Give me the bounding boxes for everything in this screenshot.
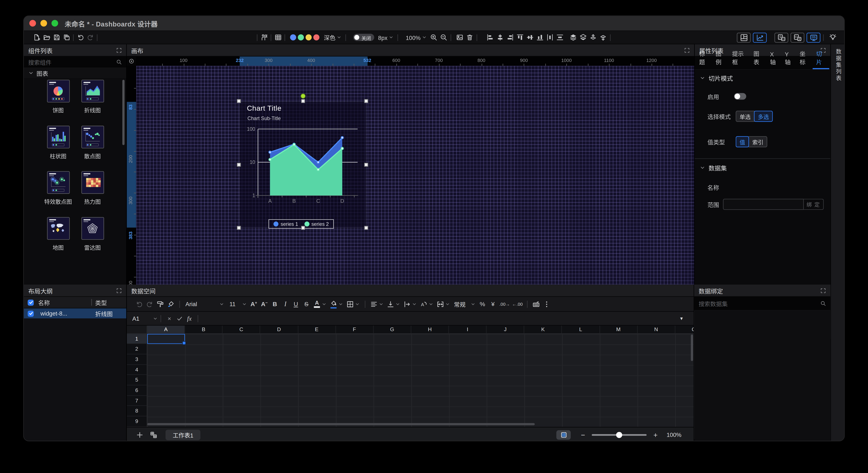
expand-canvas-icon[interactable]: [684, 48, 690, 53]
selection-handle-6[interactable]: [237, 226, 241, 230]
selection-handle-2[interactable]: [301, 99, 305, 103]
font-select[interactable]: Arial: [183, 301, 226, 307]
save-icon[interactable]: [52, 31, 62, 44]
column-header-B[interactable]: B: [185, 326, 223, 333]
theme-select[interactable]: 深色: [321, 33, 344, 42]
expand-panel-icon[interactable]: [116, 48, 122, 53]
align-right-icon[interactable]: [505, 31, 516, 44]
chevron-down-icon[interactable]: [322, 302, 326, 306]
align-left-icon[interactable]: [486, 31, 496, 44]
legend-item-1[interactable]: series 1: [273, 221, 298, 227]
tab-坐标[interactable]: 坐标: [796, 47, 813, 69]
column-header-N[interactable]: N: [638, 326, 675, 333]
preview-icon[interactable]: [259, 31, 269, 44]
vertical-scrollbar[interactable]: [691, 334, 693, 361]
fill-color-icon[interactable]: [328, 297, 339, 312]
sheet-tab[interactable]: 工作表1: [165, 430, 200, 440]
column-header-J[interactable]: J: [487, 326, 525, 333]
decrease-font-icon[interactable]: A−: [259, 297, 270, 312]
translate-en-zh-button[interactable]: En文: [790, 32, 804, 42]
tab-切片[interactable]: 切片: [813, 47, 829, 69]
confirm-entry-icon[interactable]: [174, 315, 184, 322]
theme-color-dot-2[interactable]: [298, 34, 304, 40]
widget-name[interactable]: widget-8...: [40, 310, 85, 317]
clear-format-icon[interactable]: [165, 297, 176, 312]
row-header-2[interactable]: 2: [127, 344, 147, 354]
cancel-entry-icon[interactable]: ×: [164, 315, 175, 322]
dataset-search-input[interactable]: 搜索数据集: [694, 297, 830, 311]
chevron-down-icon[interactable]: [429, 302, 433, 306]
expand-formula-bar-icon[interactable]: ▼: [679, 316, 684, 321]
layer-front-icon[interactable]: [568, 31, 578, 44]
theme-color-dot-1[interactable]: [290, 34, 296, 40]
sidebar-scrollbar[interactable]: [122, 80, 125, 145]
undo-icon[interactable]: [134, 297, 144, 312]
zoom-slider-knob[interactable]: [616, 432, 622, 438]
component-item-line[interactable]: 折线图: [75, 80, 110, 114]
underline-icon[interactable]: U: [291, 297, 301, 312]
tab-图例[interactable]: 图例: [712, 47, 729, 69]
distribute-h-icon[interactable]: [545, 31, 555, 44]
new-file-icon[interactable]: [32, 31, 42, 44]
layer-down-icon[interactable]: [598, 31, 608, 44]
merge-cells-icon[interactable]: [435, 297, 445, 312]
tab-Y轴[interactable]: Y轴: [781, 49, 796, 69]
cell-reference-box[interactable]: A1: [127, 315, 153, 322]
layout-mode-button[interactable]: [737, 32, 751, 42]
currency-format-icon[interactable]: ¥: [488, 297, 498, 312]
align-middle-v-icon[interactable]: [525, 31, 535, 44]
export-image-icon[interactable]: [455, 31, 465, 44]
chevron-down-icon[interactable]: [445, 302, 450, 306]
component-item-radar[interactable]: 雷达图: [75, 217, 110, 251]
borders-icon[interactable]: [345, 297, 355, 312]
column-header-G[interactable]: G: [374, 326, 411, 333]
percent-format-icon[interactable]: %: [477, 297, 488, 312]
theme-color-dot-4[interactable]: [313, 34, 319, 40]
bold-icon[interactable]: B: [270, 297, 280, 312]
column-header-M[interactable]: M: [600, 326, 638, 333]
chevron-down-icon[interactable]: [339, 302, 343, 306]
more-options-icon[interactable]: [541, 297, 552, 312]
slice-mode-section-toggle[interactable]: 切片模式: [700, 74, 733, 83]
bind-button[interactable]: 绑 定: [804, 199, 824, 210]
component-item-map[interactable]: 地图: [41, 217, 75, 251]
align-top-icon[interactable]: [516, 31, 525, 44]
shortcut-keys-icon[interactable]: [531, 297, 541, 312]
vertical-ruler[interactable]: 83200300383500: [127, 66, 136, 285]
row-header-5[interactable]: 5: [127, 375, 147, 385]
row-header-1[interactable]: 1: [127, 334, 147, 344]
select-mode-multi[interactable]: 多选: [754, 111, 773, 122]
chevron-down-icon[interactable]: [355, 302, 359, 306]
selected-cell-a1[interactable]: [147, 334, 185, 344]
dataset-list-strip[interactable]: 数据集列表: [830, 44, 845, 441]
chevron-down-icon[interactable]: [153, 317, 157, 320]
selection-handle-3[interactable]: [364, 99, 368, 103]
column-header-A[interactable]: A: [147, 326, 185, 333]
theme-color-dot-3[interactable]: [306, 34, 312, 40]
column-header-K[interactable]: K: [524, 326, 562, 333]
distribute-v-icon[interactable]: [555, 31, 565, 44]
row-header-9[interactable]: 9: [127, 416, 147, 426]
value-type-index[interactable]: 索引: [748, 136, 767, 147]
translate-zh-en-button[interactable]: 文En: [774, 32, 788, 42]
grid-size-select[interactable]: 8px: [375, 34, 396, 40]
outline-row-widget[interactable]: widget-8... 折线图: [24, 308, 126, 319]
row-header-4[interactable]: 4: [127, 365, 147, 375]
data-table-icon[interactable]: [273, 31, 283, 44]
tab-图表[interactable]: 图表: [750, 47, 767, 69]
selection-handle-5[interactable]: [364, 163, 368, 167]
row-checkbox[interactable]: [28, 311, 34, 317]
component-item-effect-scatter[interactable]: 特效散点图: [41, 171, 75, 206]
zoom-in-icon[interactable]: [429, 31, 439, 44]
sheet-zoom-slider[interactable]: [592, 434, 647, 436]
layer-up-icon[interactable]: [588, 31, 598, 44]
row-header-8[interactable]: 8: [127, 406, 147, 416]
column-header-E[interactable]: E: [298, 326, 336, 333]
component-item-bar[interactable]: 柱状图: [41, 125, 75, 160]
expand-outline-icon[interactable]: [116, 288, 122, 293]
zoom-out-icon[interactable]: [439, 31, 449, 44]
align-center-h-icon[interactable]: [495, 31, 505, 44]
align-bottom-icon[interactable]: [535, 31, 545, 44]
range-input[interactable]: [723, 199, 804, 210]
lightbulb-icon[interactable]: [828, 31, 838, 44]
